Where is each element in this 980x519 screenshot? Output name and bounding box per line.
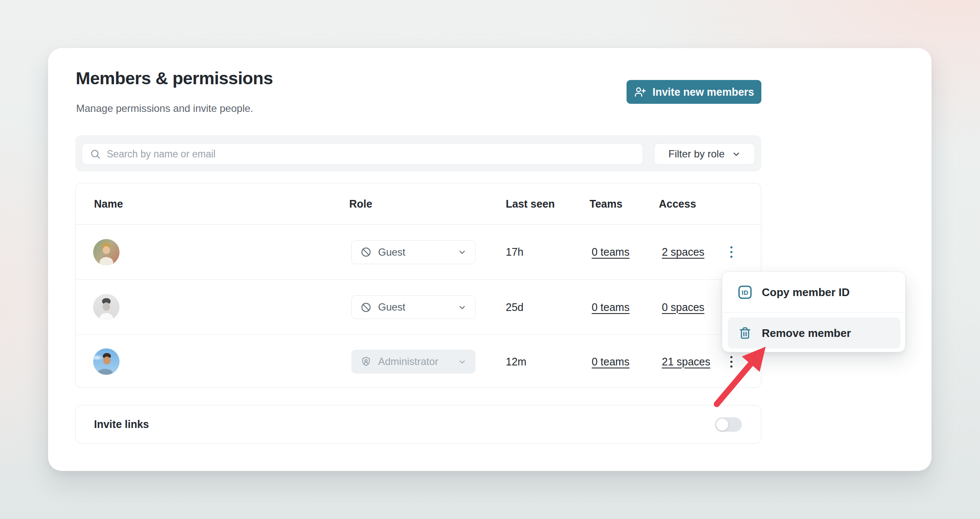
- role-value: Guest: [378, 301, 405, 313]
- menu-divider: [722, 312, 905, 313]
- column-header-teams: Teams: [590, 183, 622, 225]
- menu-item-copy-member-id[interactable]: ID Copy member ID: [722, 272, 905, 312]
- role-select[interactable]: Guest: [351, 240, 476, 264]
- ban-icon: [360, 302, 372, 313]
- spaces-link[interactable]: 21 spaces: [662, 356, 710, 368]
- user-plus-icon: [634, 86, 647, 98]
- column-header-last-seen: Last seen: [506, 183, 555, 225]
- teams-link[interactable]: 0 teams: [592, 246, 630, 258]
- menu-item-label: Copy member ID: [762, 285, 850, 299]
- chevron-down-icon: [458, 303, 467, 312]
- member-row: Administrator 12m 0 teams 21 spaces: [76, 335, 761, 388]
- ban-icon: [360, 246, 372, 258]
- filter-by-role-dropdown[interactable]: Filter by role: [654, 143, 755, 165]
- column-header-access: Access: [659, 183, 696, 225]
- search-field[interactable]: [82, 143, 643, 165]
- settings-card: Members & permissions Manage permissions…: [48, 48, 932, 471]
- spaces-link[interactable]: 0 spaces: [662, 301, 704, 314]
- member-actions-menu: ID Copy member ID Remove member: [722, 271, 906, 352]
- teams-link[interactable]: 0 teams: [592, 301, 630, 314]
- member-avatar: [93, 239, 120, 265]
- role-select[interactable]: Guest: [351, 295, 476, 319]
- chevron-down-icon: [458, 357, 467, 366]
- role-value: Administrator: [378, 356, 438, 368]
- invite-links-toggle[interactable]: [715, 417, 742, 432]
- chevron-down-icon: [732, 149, 741, 159]
- menu-item-remove-member[interactable]: Remove member: [728, 317, 900, 348]
- toggle-knob: [716, 418, 729, 431]
- column-header-role: Role: [349, 183, 372, 225]
- shield-user-icon: [360, 356, 372, 368]
- search-filter-bar: Filter by role: [75, 135, 761, 171]
- role-value: Guest: [378, 246, 405, 258]
- filter-label: Filter by role: [668, 148, 724, 160]
- member-row: Guest 25d 0 teams 0 spaces: [76, 280, 761, 335]
- member-avatar: [93, 348, 120, 375]
- invite-new-members-button[interactable]: Invite new members: [627, 80, 761, 104]
- search-icon: [90, 148, 101, 160]
- chevron-down-icon: [458, 248, 467, 257]
- teams-link[interactable]: 0 teams: [592, 356, 630, 368]
- search-input[interactable]: [107, 148, 635, 160]
- role-select[interactable]: Administrator: [351, 350, 476, 374]
- members-table: Name Role Last seen Teams Access Guest: [75, 183, 761, 388]
- page-subtitle: Manage permissions and invite people.: [76, 103, 253, 114]
- column-header-name: Name: [94, 183, 123, 225]
- table-header-row: Name Role Last seen Teams Access: [76, 183, 761, 225]
- members-permissions-screen: Members & permissions Manage permissions…: [0, 0, 980, 519]
- last-seen-value: 12m: [506, 335, 527, 388]
- member-row: Guest 17h 0 teams 2 spaces: [76, 225, 761, 280]
- page-title: Members & permissions: [76, 68, 273, 88]
- last-seen-value: 17h: [506, 225, 524, 279]
- id-badge-icon: ID: [738, 285, 752, 299]
- spaces-link[interactable]: 2 spaces: [662, 246, 704, 258]
- last-seen-value: 25d: [506, 280, 524, 334]
- member-avatar: [93, 294, 120, 320]
- invite-button-label: Invite new members: [652, 86, 754, 98]
- invite-links-label: Invite links: [94, 405, 149, 443]
- trash-icon: [738, 326, 752, 339]
- invite-links-section: Invite links: [75, 405, 761, 444]
- menu-item-label: Remove member: [762, 326, 851, 339]
